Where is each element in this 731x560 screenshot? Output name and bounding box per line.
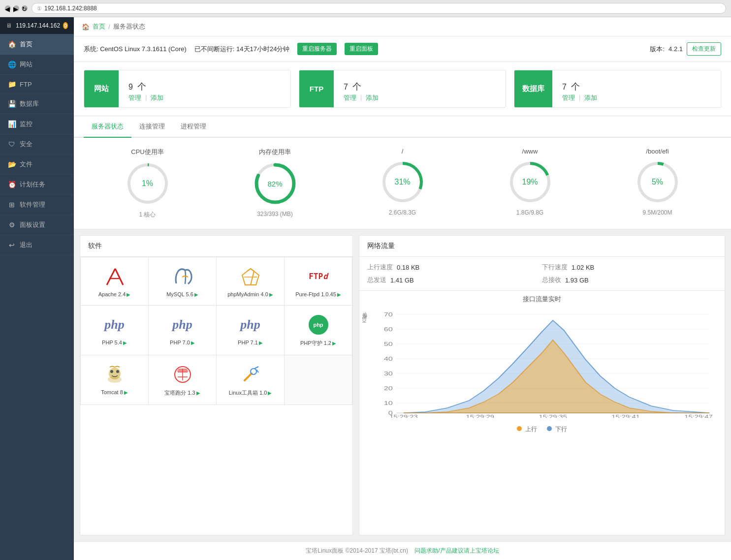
tab-connection-mgmt[interactable]: 连接管理 (131, 116, 173, 138)
sidebar-item-database[interactable]: 💾 数据库 (0, 94, 74, 114)
phpguard-name: PHP守护 1.2 ▶ (300, 340, 336, 347)
tools-icon (241, 363, 260, 385)
sidebar-item-files[interactable]: 📂 文件 (0, 155, 74, 175)
stat-manage-db[interactable]: 管理 (562, 93, 575, 102)
total-recv-label: 总接收 (542, 276, 561, 284)
upload-speed-value: 0.18 KB (397, 264, 419, 271)
sidebar-item-security[interactable]: 🛡 安全 (0, 134, 74, 155)
software-php70[interactable]: php PHP 7.0 ▶ (149, 306, 217, 355)
pagoda-name: 宝塔跑分 1.3 ▶ (164, 389, 200, 397)
sysinfo-system-value: CentOS Linux 7.3.1611 (Core) (100, 45, 187, 53)
software-phpmyadmin[interactable]: phpMyAdmin 4.0 ▶ (217, 257, 285, 306)
stat-sep-3: | (579, 93, 580, 102)
software-apache[interactable]: Apache 2.4 ▶ (81, 257, 149, 306)
gauge-memory-sub: 323/393 (MB) (257, 211, 293, 218)
svg-text:60: 60 (384, 326, 393, 333)
forward-btn[interactable]: ▶ (13, 5, 19, 11)
globe-icon: 🌐 (8, 61, 16, 68)
sidebar-item-logout[interactable]: ↩ 退出 (0, 235, 74, 255)
php70-arrow: ▶ (191, 340, 195, 345)
pagoda-arrow: ▶ (196, 390, 200, 396)
apache-icon (104, 265, 125, 287)
breadcrumb-home[interactable]: 首页 (93, 22, 105, 31)
stat-card-website: 网站 9 个 管理 | 添加 (84, 70, 291, 108)
stat-manage-ftp[interactable]: 管理 (344, 93, 356, 102)
stat-card-ftp-body: 7 个 管理 | 添加 (334, 70, 506, 107)
sidebar: 🖥 119.147.144.162 0 🏠 首页 🌐 网站 📁 FTP 💾 数据… (0, 17, 74, 560)
tomcat-arrow: ▶ (124, 390, 128, 395)
sidebar-label-cron: 计划任务 (20, 180, 45, 189)
gauge-memory: 内存使用率 82% 323/393 (MB) (253, 148, 297, 219)
sidebar-item-home[interactable]: 🏠 首页 (0, 34, 74, 55)
total-send-value: 1.41 GB (390, 277, 414, 284)
legend-upload-dot (517, 426, 522, 431)
sidebar-item-monitor[interactable]: 📊 监控 (0, 114, 74, 134)
php71-arrow: ▶ (259, 340, 263, 345)
refresh-btn[interactable]: ↻ (22, 5, 28, 11)
restart-server-button[interactable]: 重启服务器 (297, 43, 337, 55)
svg-line-12 (115, 269, 123, 285)
tab-process-mgmt[interactable]: 进程管理 (173, 116, 214, 138)
footer-link[interactable]: 问题求助/产品建议请上宝塔论坛 (414, 547, 499, 554)
url-icon: ① (37, 5, 42, 12)
gauge-www-sub: 1.8G/9.8G (516, 209, 543, 216)
software-pagoda[interactable]: 宝塔跑分 1.3 ▶ (149, 355, 217, 405)
gauge-boot-percent: 5% (652, 178, 663, 187)
gauge-www: /www 19% 1.8G/9.8G (508, 148, 552, 219)
software-tools[interactable]: Linux工具箱 1.0 ▶ (217, 355, 285, 405)
svg-point-17 (116, 370, 119, 373)
tabs-bar: 服务器状态 连接管理 进程管理 (74, 116, 731, 138)
stat-add-db[interactable]: 添加 (584, 93, 597, 102)
software-ftpd[interactable]: FTPd Pure-Ftpd 1.0.45 ▶ (285, 257, 352, 306)
gauge-cpu: CPU使用率 1% 1 核心 (126, 148, 170, 219)
network-stats: 上行速度 0.18 KB 下行速度 1.02 KB 总发送 1.41 GB 总接… (359, 257, 725, 291)
tools-arrow: ▶ (268, 390, 272, 396)
software-mysql[interactable]: MySQL 5.6 ▶ (149, 257, 217, 306)
upload-speed-label: 上行速度 (367, 263, 393, 272)
phpmyadmin-arrow: ▶ (269, 292, 273, 297)
footer-text: 宝塔Linux面板 ©2014-2017 宝塔(bt.cn) (306, 547, 408, 554)
footer: 宝塔Linux面板 ©2014-2017 宝塔(bt.cn) 问题求助/产品建议… (74, 541, 731, 560)
sidebar-item-software[interactable]: ⊞ 软件管理 (0, 195, 74, 215)
stat-actions-website: 管理 | 添加 (128, 93, 281, 102)
php54-arrow: ▶ (123, 340, 127, 345)
gauge-www-label: /www (522, 148, 538, 155)
sysinfo-uptime-value: 14天17小时24分钟 (236, 45, 289, 53)
gauge-root-percent: 31% (394, 178, 410, 187)
ftpd-arrow: ▶ (337, 292, 341, 297)
sidebar-item-ftp[interactable]: 📁 FTP (0, 75, 74, 94)
check-update-button[interactable]: 检查更新 (687, 42, 721, 56)
software-empty (285, 355, 352, 405)
svg-text:15:29:47: 15:29:47 (684, 414, 713, 418)
chart-y-label: 单位KB/s (361, 312, 368, 323)
gauge-boot-circle: 5% (636, 160, 680, 204)
phpmyadmin-name: phpMyAdmin 4.0 ▶ (227, 291, 273, 297)
restart-panel-button[interactable]: 重启面板 (345, 43, 378, 55)
sidebar-item-cron[interactable]: ⏰ 计划任务 (0, 175, 74, 195)
software-phpguard[interactable]: php PHP守护 1.2 ▶ (285, 306, 352, 355)
tab-server-status[interactable]: 服务器状态 (84, 116, 131, 138)
phpmyadmin-icon (240, 265, 261, 287)
svg-text:15:29:23: 15:29:23 (389, 414, 418, 418)
software-php71[interactable]: php PHP 7.1 ▶ (217, 306, 285, 355)
stat-manage-website[interactable]: 管理 (128, 93, 141, 102)
software-php54[interactable]: php PHP 5.4 ▶ (81, 306, 149, 355)
version-label: 版本: (650, 45, 665, 54)
back-btn[interactable]: ◀ (5, 5, 11, 11)
sidebar-item-settings[interactable]: ⚙ 面板设置 (0, 215, 74, 235)
software-grid: Apache 2.4 ▶ (80, 257, 352, 405)
sidebar-item-website[interactable]: 🌐 网站 (0, 55, 74, 75)
breadcrumb-separator: / (108, 23, 110, 31)
download-speed-label: 下行速度 (542, 263, 568, 272)
stat-add-website[interactable]: 添加 (151, 93, 163, 102)
bottom-panels: 软件 Apache 2.4 ▶ (74, 229, 731, 541)
sidebar-label-logout: 退出 (20, 241, 32, 249)
url-bar[interactable]: ① 192.168.1.242:8888 (32, 3, 726, 14)
svg-point-20 (251, 369, 256, 374)
stat-add-ftp[interactable]: 添加 (366, 93, 379, 102)
software-tomcat[interactable]: Tomcat 8 ▶ (81, 355, 149, 405)
gauge-cpu-sub: 1 核心 (139, 211, 156, 219)
clock-icon: ⏰ (8, 181, 16, 188)
main-content: 🏠 首页 / 服务器状态 系统: CentOS Linux 7.3.1611 (… (74, 17, 731, 560)
stat-card-website-body: 9 个 管理 | 添加 (119, 70, 290, 107)
